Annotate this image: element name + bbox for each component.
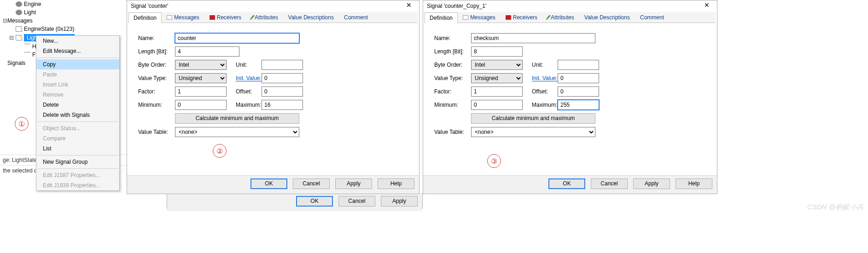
tree-node-messages[interactable]: Messages xyxy=(0,17,129,25)
label-initvalue[interactable]: Init. Value: xyxy=(532,75,558,81)
tab-comment[interactable]: Comment xyxy=(339,12,373,23)
apply-button-bg[interactable]: Apply xyxy=(381,196,418,207)
length-input[interactable] xyxy=(175,46,239,57)
valuetype-select[interactable]: Unsigned xyxy=(471,73,523,83)
menu-list[interactable]: List xyxy=(36,144,119,154)
byteorder-select[interactable]: Intel xyxy=(175,60,227,70)
tab-attributes[interactable]: Attributes xyxy=(542,12,579,23)
label-name: Name: xyxy=(138,35,175,41)
label-valuetype: Value Type: xyxy=(138,75,175,81)
tab-definition[interactable]: Definition xyxy=(425,12,458,23)
help-button[interactable]: Help xyxy=(676,178,712,189)
unit-input[interactable] xyxy=(558,60,599,70)
dialog-title: Signal 'counter' xyxy=(131,3,168,9)
tree-node-light[interactable]: Light xyxy=(0,8,129,17)
tree-label: EngineState (0x123) xyxy=(24,26,74,32)
factor-input[interactable] xyxy=(471,86,523,97)
menu-copy[interactable]: Copy xyxy=(36,59,119,69)
label-valuetable: Value Table: xyxy=(434,129,471,135)
envelope-icon xyxy=(16,35,22,40)
tree-node-engine[interactable]: Engine xyxy=(0,0,129,8)
menu-separator xyxy=(37,168,118,169)
menu-insert-link: Insert Link xyxy=(36,80,119,90)
label-length: Length [Bit]: xyxy=(138,48,175,55)
tab-messages[interactable]: Messages xyxy=(162,12,204,23)
label-factor: Factor: xyxy=(138,88,175,95)
minimum-input[interactable] xyxy=(175,100,227,110)
attribute-icon xyxy=(250,15,255,20)
node-icon xyxy=(16,10,22,15)
label-byteorder: Byte Order: xyxy=(138,62,175,68)
ok-button[interactable]: OK xyxy=(548,178,585,189)
name-input[interactable] xyxy=(471,33,595,43)
envelope-icon xyxy=(463,15,468,20)
cancel-button[interactable]: Cancel xyxy=(293,178,330,189)
dialog-tabs: Definition Messages Receivers Attributes… xyxy=(425,12,716,23)
dialog-signal-counter: Signal 'counter' ✕ Definition Messages R… xyxy=(127,0,419,194)
tree-label: Messages xyxy=(7,17,33,24)
valuetable-select[interactable]: <none> xyxy=(175,127,299,137)
menu-new[interactable]: New... xyxy=(36,36,119,46)
tab-messages[interactable]: Messages xyxy=(458,12,501,23)
tree-label: Signals xyxy=(7,60,25,66)
close-icon[interactable]: ✕ xyxy=(402,2,416,10)
calc-minmax-button[interactable]: Calculate minimum and maximum xyxy=(175,113,299,124)
maximum-input[interactable] xyxy=(558,100,599,110)
attribute-icon xyxy=(546,15,551,20)
apply-button[interactable]: Apply xyxy=(335,178,372,189)
receiver-icon xyxy=(210,15,215,20)
label-maximum: Maximum: xyxy=(236,102,262,108)
cancel-button[interactable]: Cancel xyxy=(591,178,628,189)
valuetype-select[interactable]: Unsigned xyxy=(175,73,227,83)
receiver-icon xyxy=(506,15,511,20)
signal-icon xyxy=(24,52,30,58)
tab-value-descriptions[interactable]: Value Descriptions xyxy=(283,12,339,23)
envelope-icon xyxy=(16,26,22,32)
tab-receivers[interactable]: Receivers xyxy=(501,12,542,23)
label-offset: Offset: xyxy=(236,88,262,95)
signal-icon xyxy=(24,44,30,49)
help-button[interactable]: Help xyxy=(378,178,414,189)
annotation-3: ③ xyxy=(487,154,501,168)
valuetable-select[interactable]: <none> xyxy=(471,127,595,137)
tab-value-descriptions[interactable]: Value Descriptions xyxy=(579,12,635,23)
menu-separator xyxy=(37,58,118,58)
tab-definition[interactable]: Definition xyxy=(128,12,162,23)
label-minimum: Minimum: xyxy=(138,102,175,108)
label-unit: Unit: xyxy=(236,62,262,68)
factor-input[interactable] xyxy=(175,86,227,97)
menu-delete[interactable]: Delete xyxy=(36,100,119,110)
apply-button[interactable]: Apply xyxy=(633,178,670,189)
bg-button-bar: OK Cancel Apply xyxy=(167,193,423,209)
offset-input[interactable] xyxy=(558,86,599,97)
initvalue-input[interactable] xyxy=(262,73,303,83)
maximum-input[interactable] xyxy=(262,100,303,110)
annotation-1: ① xyxy=(15,117,29,131)
tab-attributes[interactable]: Attributes xyxy=(246,12,283,23)
watermark: CSDN @蚂蚁小兵 xyxy=(807,203,863,212)
ok-button[interactable]: OK xyxy=(250,178,287,189)
initvalue-input[interactable] xyxy=(558,73,599,83)
ok-button-bg[interactable]: OK xyxy=(296,196,333,207)
length-input[interactable] xyxy=(471,46,523,57)
cancel-button-bg[interactable]: Cancel xyxy=(338,196,375,207)
label-offset: Offset: xyxy=(532,88,558,95)
dialog-tabs: Definition Messages Receivers Attributes… xyxy=(128,12,418,23)
calc-minmax-button[interactable]: Calculate minimum and maximum xyxy=(471,113,595,124)
tab-comment[interactable]: Comment xyxy=(635,12,669,23)
dialog-title: Signal 'counter_Copy_1' xyxy=(427,3,486,9)
annotation-2: ② xyxy=(213,144,227,158)
menu-delete-with-signals[interactable]: Delete with Signals xyxy=(36,110,119,120)
name-input[interactable] xyxy=(175,33,299,43)
byteorder-select[interactable]: Intel xyxy=(471,60,523,70)
tab-receivers[interactable]: Receivers xyxy=(204,12,246,23)
menu-edit-message[interactable]: Edit Message... xyxy=(36,46,119,56)
label-initvalue[interactable]: Init. Value: xyxy=(236,75,262,81)
tree-node-enginestate[interactable]: EngineState (0x123) xyxy=(0,25,129,33)
minimum-input[interactable] xyxy=(471,100,523,110)
unit-input[interactable] xyxy=(262,60,303,70)
offset-input[interactable] xyxy=(262,86,303,97)
menu-paste: Paste xyxy=(36,69,119,80)
menu-new-signal-group[interactable]: New Signal Group xyxy=(36,157,119,167)
close-icon[interactable]: ✕ xyxy=(699,2,714,10)
